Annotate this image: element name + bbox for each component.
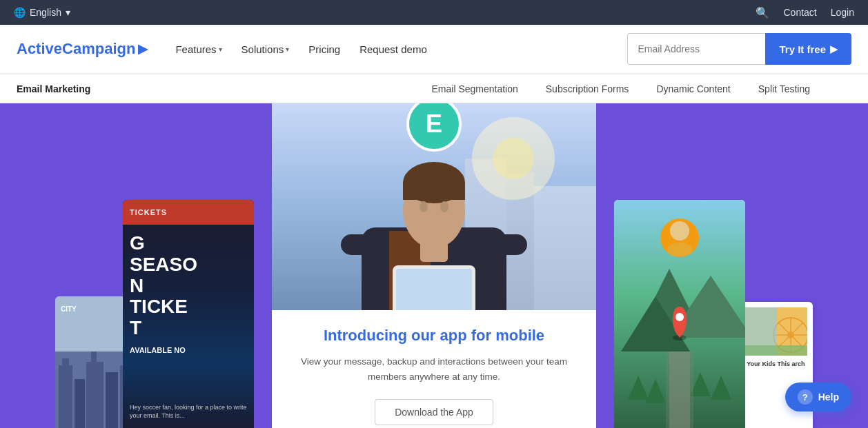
search-icon[interactable]: 🔍	[756, 6, 769, 19]
hero-section: TICKETS G SEASO N TICKE T AVAILABLE NO H…	[0, 103, 868, 428]
map-background	[614, 200, 745, 428]
help-button[interactable]: ? Help	[785, 383, 851, 411]
logo[interactable]: ActiveCampaign ▶	[17, 40, 148, 58]
request-demo-link[interactable]: Request demo	[359, 43, 427, 55]
card-body: Introducing our app for mobile View your…	[272, 310, 596, 428]
logo-arrow: ▶	[138, 41, 148, 57]
tickets-card: TICKETS G SEASO N TICKE T AVAILABLE NO H…	[123, 200, 254, 428]
tickets-body-text: Hey soccer fan, looking for a place to w…	[130, 403, 247, 420]
svg-point-42	[667, 243, 692, 256]
svg-rect-4	[75, 379, 85, 428]
email-input[interactable]	[627, 33, 765, 65]
solutions-chevron: ▾	[286, 45, 289, 53]
map-card	[614, 200, 745, 428]
svg-rect-31	[420, 241, 448, 262]
sub-nav-dynamic-content[interactable]: Dynamic Content	[642, 74, 744, 103]
svg-point-41	[670, 221, 689, 241]
top-bar-right-links: 🔍 Contact Login	[756, 6, 854, 19]
svg-point-44	[675, 313, 684, 321]
svg-text:CITY: CITY	[61, 305, 77, 313]
tickets-title: G SEASO N TICKE T	[130, 233, 247, 339]
language-selector[interactable]: 🌐 English ▾	[14, 7, 70, 18]
features-link[interactable]: Features ▾	[175, 43, 221, 55]
features-chevron: ▾	[219, 45, 222, 53]
top-bar: 🌐 English ▾ 🔍 Contact Login	[0, 0, 868, 25]
try-btn-arrow: ▶	[830, 43, 838, 54]
download-app-button[interactable]: Download the App	[375, 399, 493, 425]
svg-rect-2	[59, 365, 72, 428]
svg-rect-3	[62, 358, 69, 365]
help-label: Help	[818, 391, 839, 402]
sub-nav-links: Email Segmentation Subscription Forms Dy…	[417, 74, 824, 103]
central-card: E	[272, 103, 596, 428]
sub-nav-label: Email Marketing	[17, 83, 90, 94]
try-free-button[interactable]: Try It free ▶	[765, 33, 851, 65]
card-title: Introducing our app for mobile	[294, 327, 574, 345]
svg-rect-6	[91, 351, 97, 362]
tickets-tag: TICKETS	[123, 200, 254, 225]
svg-rect-22	[341, 234, 389, 255]
svg-point-30	[440, 201, 448, 212]
svg-point-29	[420, 201, 428, 212]
tickets-content: G SEASO N TICKE T AVAILABLE NO	[123, 225, 254, 363]
logo-text: ActiveCampaign	[17, 40, 135, 58]
sub-nav-subscription-forms[interactable]: Subscription Forms	[532, 74, 643, 103]
card-description: View your message, backup and interactio…	[294, 354, 574, 384]
nav-links: Features ▾ Solutions ▾ Pricing Request d…	[175, 43, 605, 55]
sub-nav-email-segmentation[interactable]: Email Segmentation	[417, 74, 531, 103]
svg-point-18	[493, 138, 534, 179]
sub-nav: Email Marketing Email Segmentation Subsc…	[0, 74, 868, 103]
email-cta-wrapper: Try It free ▶	[627, 33, 851, 65]
svg-rect-16	[534, 186, 596, 310]
login-link[interactable]: Login	[831, 7, 854, 18]
sub-nav-split-testing[interactable]: Split Testing	[744, 74, 824, 103]
language-chevron: ▾	[66, 7, 70, 18]
svg-rect-7	[106, 372, 118, 428]
svg-rect-46	[666, 351, 693, 428]
svg-rect-25	[396, 269, 472, 310]
svg-rect-28	[403, 183, 465, 200]
tickets-available: AVAILABLE NO	[130, 346, 247, 354]
map-svg	[614, 200, 745, 428]
pricing-link[interactable]: Pricing	[308, 43, 340, 55]
main-nav: ActiveCampaign ▶ Features ▾ Solutions ▾ …	[0, 25, 868, 74]
svg-rect-5	[86, 362, 103, 428]
help-icon: ?	[798, 389, 813, 405]
language-label: English	[30, 7, 61, 18]
contact-link[interactable]: Contact	[783, 7, 816, 18]
globe-icon: 🌐	[14, 7, 26, 18]
solutions-link[interactable]: Solutions ▾	[241, 43, 290, 55]
svg-rect-23	[479, 234, 527, 255]
